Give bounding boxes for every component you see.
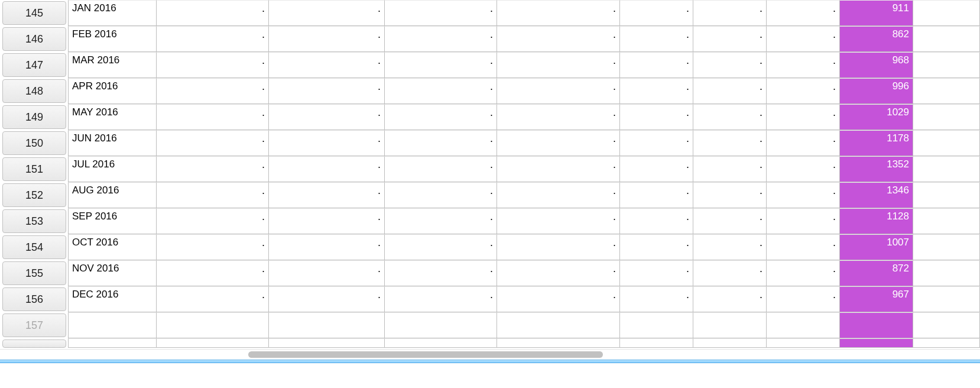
cell-value[interactable]: .	[385, 260, 497, 286]
cell-value[interactable]: .	[157, 182, 269, 208]
cell-empty[interactable]	[913, 156, 980, 182]
cell-date[interactable]: JUL 2016	[68, 156, 157, 182]
cell-empty[interactable]	[913, 312, 980, 338]
cell-value[interactable]: .	[693, 156, 767, 182]
cell-value[interactable]: .	[269, 286, 385, 312]
cell-value[interactable]: .	[497, 182, 620, 208]
cell-date[interactable]: JAN 2016	[68, 0, 157, 26]
cell-empty[interactable]	[913, 52, 980, 78]
horizontal-scrollbar[interactable]	[0, 349, 980, 360]
cell-predicted[interactable]: 1346	[840, 182, 913, 208]
cell-value[interactable]: .	[767, 234, 840, 260]
cell-value[interactable]: .	[269, 0, 385, 26]
cell-date[interactable]: APR 2016	[68, 78, 157, 104]
cell-value[interactable]: .	[269, 208, 385, 234]
cell-date[interactable]: MAR 2016	[68, 52, 157, 78]
cell-value[interactable]: .	[269, 156, 385, 182]
cell-value[interactable]: .	[497, 104, 620, 130]
cell-date[interactable]: OCT 2016	[68, 234, 157, 260]
row-header[interactable]: 153	[2, 209, 66, 233]
cell-predicted[interactable]	[840, 312, 913, 338]
cell-value[interactable]: .	[693, 286, 767, 312]
cell-value[interactable]: .	[497, 0, 620, 26]
row-header[interactable]: 148	[2, 79, 66, 103]
cell-predicted[interactable]: 872	[840, 260, 913, 286]
row-header[interactable]: 145	[2, 1, 66, 25]
cell-value[interactable]: .	[497, 156, 620, 182]
cell-empty[interactable]	[913, 234, 980, 260]
cell-value[interactable]: .	[157, 234, 269, 260]
data-grid[interactable]: 145JAN 2016.......911146FEB 2016.......8…	[0, 0, 980, 349]
cell-empty[interactable]	[913, 104, 980, 130]
cell-value[interactable]: .	[693, 234, 767, 260]
cell-value[interactable]: .	[767, 78, 840, 104]
cell-value[interactable]: .	[497, 78, 620, 104]
cell-value[interactable]: .	[767, 26, 840, 52]
cell-value[interactable]	[767, 312, 840, 338]
cell-date[interactable]: FEB 2016	[68, 26, 157, 52]
cell-value[interactable]: .	[157, 156, 269, 182]
cell-value[interactable]: .	[497, 26, 620, 52]
cell-date[interactable]: DEC 2016	[68, 286, 157, 312]
cell-predicted[interactable]: 1007	[840, 234, 913, 260]
cell-empty[interactable]	[913, 78, 980, 104]
cell-value[interactable]: .	[157, 104, 269, 130]
cell-value[interactable]: .	[497, 260, 620, 286]
cell-value[interactable]: .	[620, 208, 693, 234]
cell-value[interactable]: .	[385, 156, 497, 182]
cell-predicted[interactable]: 1178	[840, 130, 913, 156]
cell-value[interactable]: .	[693, 26, 767, 52]
cell-date[interactable]	[68, 338, 157, 348]
cell-value[interactable]: .	[497, 286, 620, 312]
cell-value[interactable]: .	[767, 0, 840, 26]
row-header[interactable]: 147	[2, 53, 66, 77]
cell-value[interactable]: .	[497, 234, 620, 260]
cell-value[interactable]: .	[269, 260, 385, 286]
cell-value[interactable]: .	[693, 78, 767, 104]
cell-value[interactable]: .	[620, 182, 693, 208]
cell-value[interactable]: .	[157, 78, 269, 104]
cell-value[interactable]: .	[767, 182, 840, 208]
cell-value[interactable]: .	[620, 78, 693, 104]
row-header[interactable]: 154	[2, 235, 66, 259]
cell-predicted[interactable]: 1128	[840, 208, 913, 234]
cell-value[interactable]: .	[269, 52, 385, 78]
cell-date[interactable]: SEP 2016	[68, 208, 157, 234]
cell-value[interactable]: .	[693, 208, 767, 234]
cell-value[interactable]: .	[693, 260, 767, 286]
cell-value[interactable]: .	[269, 26, 385, 52]
horizontal-scrollbar-thumb[interactable]	[248, 351, 603, 358]
cell-value[interactable]: .	[385, 52, 497, 78]
cell-empty[interactable]	[913, 260, 980, 286]
cell-empty[interactable]	[913, 338, 980, 348]
row-header[interactable]: 155	[2, 261, 66, 285]
cell-value[interactable]: .	[693, 130, 767, 156]
cell-value[interactable]	[269, 312, 385, 338]
cell-value[interactable]: .	[385, 104, 497, 130]
cell-predicted[interactable]: 862	[840, 26, 913, 52]
row-header[interactable]: 152	[2, 183, 66, 207]
cell-value[interactable]: .	[693, 104, 767, 130]
cell-predicted[interactable]: 996	[840, 78, 913, 104]
cell-value[interactable]: .	[620, 130, 693, 156]
cell-value[interactable]: .	[767, 130, 840, 156]
cell-value[interactable]: .	[693, 182, 767, 208]
cell-predicted[interactable]: 1029	[840, 104, 913, 130]
cell-value[interactable]: .	[620, 26, 693, 52]
cell-value[interactable]: .	[157, 0, 269, 26]
cell-date[interactable]: JUN 2016	[68, 130, 157, 156]
cell-value[interactable]: .	[620, 156, 693, 182]
cell-value[interactable]: .	[269, 130, 385, 156]
cell-date[interactable]: NOV 2016	[68, 260, 157, 286]
cell-value[interactable]: .	[620, 234, 693, 260]
cell-value[interactable]: .	[767, 208, 840, 234]
cell-value[interactable]	[620, 312, 693, 338]
cell-value[interactable]: .	[385, 182, 497, 208]
cell-value[interactable]: .	[385, 208, 497, 234]
cell-value[interactable]: .	[385, 26, 497, 52]
row-header[interactable]: 156	[2, 287, 66, 311]
cell-value[interactable]: .	[620, 286, 693, 312]
cell-value[interactable]	[620, 338, 693, 348]
cell-value[interactable]: .	[269, 78, 385, 104]
cell-date[interactable]: MAY 2016	[68, 104, 157, 130]
